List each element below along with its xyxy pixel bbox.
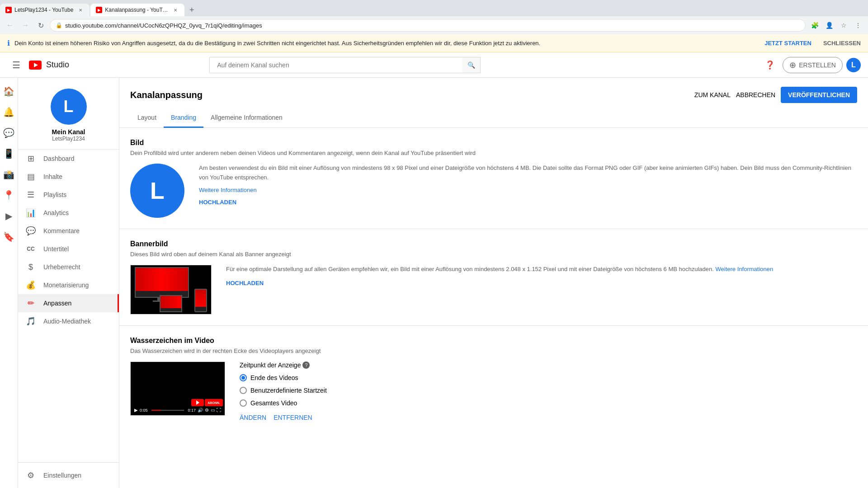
bookmark-icon: 🔖 (3, 231, 14, 242)
warning-icon: ℹ (7, 39, 10, 47)
jetzt-starten-link[interactable]: JETZT STARTEN (764, 40, 811, 47)
help-button[interactable]: ❓ (761, 56, 779, 74)
tab-2-close[interactable]: ✕ (172, 6, 179, 14)
bild-more-info[interactable]: Weitere Informationen (199, 187, 257, 193)
browser-tab-1[interactable]: ▶ LetsPlay1234 - YouTube ✕ (0, 4, 90, 16)
wm-subscribe-bar: ABONN. (205, 399, 223, 406)
bild-title: Bild (130, 139, 857, 147)
bookmark-btn[interactable]: ☆ (837, 19, 850, 32)
banner-title: Bannerbild (130, 240, 857, 248)
sidebar-icon-instagram[interactable]: 📸 (0, 164, 18, 185)
tab-1-close[interactable]: ✕ (77, 6, 84, 14)
sidebar-item-urheberrecht[interactable]: $ Urheberrecht (18, 258, 119, 276)
sidebar-icon-messages[interactable]: 💬 (0, 123, 18, 144)
audio-label: Audio-Mediathek (43, 318, 91, 325)
new-tab-button[interactable]: + (185, 4, 198, 16)
banner-text: Dein Konto ist einem höheren Risiko von … (14, 40, 753, 47)
youtube-logo (29, 61, 42, 70)
sidebar-item-playlists[interactable]: ☰ Playlists (18, 186, 119, 204)
yt-favicon-1: ▶ (5, 7, 12, 13)
radio-ende-video[interactable]: Ende des Videos (240, 374, 857, 381)
hamburger-menu[interactable]: ☰ (7, 56, 25, 74)
sidebar-item-einstellungen[interactable]: ⚙ Einstellungen (18, 466, 119, 484)
bild-upload-link[interactable]: HOCHLADEN (199, 199, 857, 206)
tablet-device (160, 295, 182, 312)
kommentare-label: Kommentare (43, 227, 80, 235)
banner-image-container (130, 265, 212, 314)
sidebar-item-untertitel[interactable]: CC Untertitel (18, 240, 119, 258)
app-header: ☰ Studio 🔍 ❓ ⊕ ERSTELLEN L (0, 52, 868, 78)
back-button[interactable]: ← (4, 19, 16, 32)
sidebar-item-analytics[interactable]: 📊 Analytics (18, 204, 119, 222)
video-time-start: 0:05 (140, 408, 148, 413)
tab-allgemeine[interactable]: Allgemeine Informationen (203, 108, 290, 128)
sidebar-item-kommentare[interactable]: 💬 Kommentare (18, 222, 119, 240)
schliessen-button[interactable]: SCHLIESSEN (823, 40, 861, 47)
veroeffentlichen-button[interactable]: VERÖFFENTLICHEN (781, 87, 857, 103)
lock-icon: 🔒 (56, 22, 62, 28)
address-bar[interactable]: 🔒 studio.youtube.com/channel/UCocN6zQPHQ… (50, 19, 806, 32)
video-play-btn[interactable]: ▶ (134, 408, 138, 413)
watermark-container: ABONN. ▶ 0:05 0:17 🔊 (130, 361, 857, 421)
sidebar-item-anpassen[interactable]: ✏ Anpassen (18, 294, 119, 312)
nav-spacer (18, 330, 119, 459)
search-input[interactable] (209, 57, 481, 73)
search-bar: 🔍 (209, 57, 481, 73)
banner-info-text: Für eine optimale Darstellung auf allen … (226, 265, 857, 274)
fullscreen-icon[interactable]: ⛶ (217, 408, 221, 413)
zum-kanal-button[interactable]: ZUM KANAL (694, 91, 731, 99)
sidebar-item-feedback[interactable]: ⚑ Feedback senden (18, 484, 119, 488)
profile-btn[interactable]: 👤 (823, 19, 835, 32)
watermark-action-buttons: ÄNDERN ENTFERNEN (240, 414, 857, 421)
user-avatar[interactable]: L (846, 58, 861, 72)
sidebar-icon-whatsapp[interactable]: 📱 (0, 144, 18, 164)
settings-icon[interactable]: ⚙ (205, 408, 209, 413)
video-time-bar[interactable] (151, 410, 184, 411)
progress-fill (151, 410, 161, 411)
erstellen-button[interactable]: ⊕ ERSTELLEN (783, 57, 843, 73)
search-button[interactable]: 🔍 (462, 57, 481, 73)
avatar-letter: L (851, 61, 856, 69)
sidebar-icon-play[interactable]: ▶ (0, 206, 18, 227)
radio-ende-btn[interactable] (240, 374, 247, 381)
inhalte-icon: ▤ (25, 172, 36, 182)
logo[interactable]: Studio (29, 60, 69, 70)
untertitel-label: Untertitel (43, 245, 69, 253)
sidebar-icon-home[interactable]: 🏠 (0, 81, 18, 102)
radio-benutzerdefiniert[interactable]: Benutzerdefinierte Startzeit (240, 387, 857, 394)
aendern-button[interactable]: ÄNDERN (240, 414, 266, 421)
sidebar-icon-bookmark[interactable]: 🔖 (0, 227, 18, 248)
radio-gesamtes-video[interactable]: Gesamtes Video (240, 399, 857, 407)
profile-letter: L (150, 177, 165, 204)
dashboard-label: Dashboard (43, 155, 75, 162)
browser-tab-2[interactable]: ▶ Kanalanpassung - YouTu... ✕ (90, 4, 184, 16)
sidebar-item-audio-mediathek[interactable]: 🎵 Audio-Mediathek (18, 312, 119, 330)
more-btn[interactable]: ⋮ (852, 19, 864, 32)
reload-button[interactable]: ↻ (34, 19, 47, 32)
radio-benutzerdefiniert-btn[interactable] (240, 387, 247, 394)
forward-button[interactable]: → (19, 19, 32, 32)
entfernen-button[interactable]: ENTFERNEN (274, 414, 312, 421)
theater-icon[interactable]: ▭ (211, 408, 215, 413)
bild-info: Am besten verwendest du ein Bild mit ein… (199, 164, 857, 218)
channel-avatar[interactable]: L (51, 89, 87, 125)
banner-devices (135, 267, 207, 312)
sidebar-icon-notifications[interactable]: 🔔 (0, 102, 18, 123)
sidebar-icon-more[interactable]: ••• (0, 482, 18, 488)
sidebar-item-monetarisierung[interactable]: 💰 Monetarisierung (18, 276, 119, 294)
banner-more-info[interactable]: Weitere Informationen (716, 266, 774, 272)
tab-layout[interactable]: Layout (130, 108, 164, 128)
volume-icon[interactable]: 🔊 (198, 408, 203, 413)
browser-tabs: ▶ LetsPlay1234 - YouTube ✕ ▶ Kanalanpass… (0, 0, 868, 16)
sidebar-icon-location[interactable]: 📍 (0, 185, 18, 206)
banner-upload-link[interactable]: HOCHLADEN (226, 280, 857, 286)
extensions-btn[interactable]: 🧩 (808, 19, 821, 32)
sidebar-item-inhalte[interactable]: ▤ Inhalte (18, 168, 119, 186)
video-time-end: 0:17 (188, 408, 196, 413)
abbrechen-button[interactable]: ABBRECHEN (736, 91, 775, 99)
radio-ende-label: Ende des Videos (250, 374, 298, 381)
tab-branding[interactable]: Branding (164, 108, 203, 128)
zeitpunkt-info-icon[interactable]: ? (302, 361, 310, 369)
sidebar-item-dashboard[interactable]: ⊞ Dashboard (18, 150, 119, 168)
radio-gesamtes-btn[interactable] (240, 399, 247, 407)
